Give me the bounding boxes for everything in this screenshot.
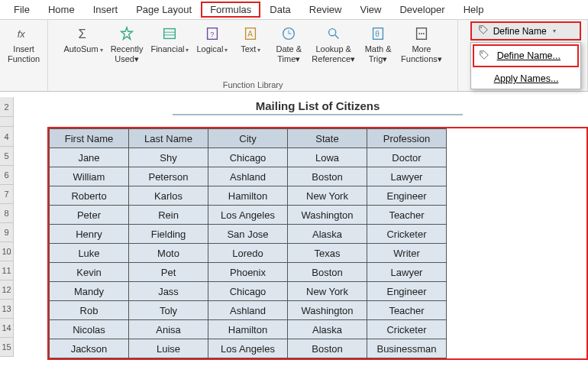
cell[interactable]: Hamilton bbox=[208, 186, 288, 206]
cell[interactable]: Alaska bbox=[288, 320, 367, 339]
cell[interactable]: Phoenix bbox=[208, 263, 288, 282]
cell[interactable]: Lawyer bbox=[367, 263, 447, 282]
cell[interactable]: Ashland bbox=[208, 167, 288, 186]
cell[interactable]: Kevin bbox=[50, 263, 129, 282]
tab-insert[interactable]: Insert bbox=[84, 2, 128, 18]
row-header[interactable]: 8 bbox=[0, 204, 14, 223]
cell[interactable]: Engineer bbox=[367, 282, 447, 301]
row-header[interactable]: 11 bbox=[0, 261, 14, 280]
row-header[interactable]: 9 bbox=[0, 223, 14, 242]
insert-function-button[interactable]: fx InsertFunction bbox=[5, 23, 43, 66]
apply-names-menu-item[interactable]: Apply Names... bbox=[471, 69, 580, 89]
cell[interactable]: Moto bbox=[129, 244, 208, 263]
cell[interactable]: Lowa bbox=[288, 148, 367, 167]
cell[interactable]: Teacher bbox=[367, 206, 447, 225]
tab-view[interactable]: View bbox=[351, 2, 390, 18]
cell[interactable]: Washington bbox=[288, 301, 367, 320]
tab-data[interactable]: Data bbox=[260, 2, 299, 18]
column-header[interactable]: City bbox=[208, 129, 288, 148]
define-name-button[interactable]: Define Name ▾ bbox=[470, 21, 581, 41]
cell[interactable]: Jass bbox=[129, 282, 208, 301]
cell[interactable]: Lawyer bbox=[367, 167, 447, 186]
cell[interactable]: Luise bbox=[129, 339, 208, 358]
cell[interactable]: Shy bbox=[129, 148, 208, 167]
cell[interactable]: Los Angeles bbox=[208, 206, 288, 225]
cell[interactable]: Cricketer bbox=[367, 225, 447, 244]
cell[interactable]: Teacher bbox=[367, 301, 447, 320]
column-header[interactable]: Last Name bbox=[129, 129, 208, 148]
cell[interactable]: Doctor bbox=[367, 148, 447, 167]
tab-page-layout[interactable]: Page Layout bbox=[127, 2, 201, 18]
row-header[interactable]: 6 bbox=[0, 166, 14, 185]
text-button[interactable]: A Text▾ bbox=[232, 23, 269, 56]
cell[interactable]: Peterson bbox=[129, 167, 208, 186]
cell[interactable]: Businessman bbox=[367, 339, 447, 358]
tab-file[interactable]: File bbox=[5, 2, 39, 18]
cell[interactable]: New York bbox=[288, 186, 367, 206]
cell[interactable]: Los Angeles bbox=[208, 339, 288, 358]
cell[interactable]: Karlos bbox=[129, 186, 208, 206]
tab-review[interactable]: Review bbox=[300, 2, 351, 18]
cell[interactable]: Writer bbox=[367, 244, 447, 263]
cell[interactable]: Nicolas bbox=[50, 320, 129, 339]
cell[interactable]: Boston bbox=[288, 263, 367, 282]
cell[interactable]: Texas bbox=[288, 244, 367, 263]
math-trig-button[interactable]: θ Math &Trig▾ bbox=[360, 23, 396, 66]
cell[interactable]: Peter bbox=[50, 206, 129, 225]
cell[interactable]: Pet bbox=[129, 263, 208, 282]
cell[interactable]: William bbox=[50, 167, 129, 186]
cell[interactable]: Boston bbox=[288, 339, 367, 358]
date-time-button[interactable]: Date &Time▾ bbox=[270, 23, 307, 66]
cell[interactable]: Chicago bbox=[208, 282, 288, 301]
cell[interactable]: Loredo bbox=[208, 244, 288, 263]
financial-button[interactable]: Financial▾ bbox=[147, 23, 192, 56]
cell[interactable]: Fielding bbox=[129, 225, 208, 244]
tab-formulas[interactable]: Formulas bbox=[201, 2, 260, 18]
define-name-menu-item-label: Define Name... bbox=[497, 50, 561, 61]
column-header[interactable]: Profession bbox=[367, 129, 447, 148]
tab-help[interactable]: Help bbox=[454, 2, 493, 18]
logical-button[interactable]: ? Logical▾ bbox=[193, 23, 231, 56]
cell[interactable]: Alaska bbox=[288, 225, 367, 244]
row-header[interactable]: 10 bbox=[0, 242, 14, 261]
cell[interactable]: Boston bbox=[288, 167, 367, 186]
row-header[interactable] bbox=[0, 117, 14, 127]
column-header[interactable]: State bbox=[288, 129, 367, 148]
cell[interactable]: Chicago bbox=[208, 148, 288, 167]
cell[interactable]: Jackson bbox=[50, 339, 129, 358]
row-header[interactable]: 5 bbox=[0, 147, 14, 166]
row-header[interactable]: 12 bbox=[0, 280, 14, 300]
cell[interactable]: Rob bbox=[50, 301, 129, 320]
cell[interactable]: Ashland bbox=[208, 301, 288, 320]
recently-used-button[interactable]: RecentlyUsed▾ bbox=[108, 23, 147, 66]
cell[interactable]: Jane bbox=[50, 148, 129, 167]
row-header[interactable]: 4 bbox=[0, 127, 14, 147]
cell[interactable]: Mandy bbox=[50, 282, 129, 301]
autosum-button[interactable]: Σ AutoSum▾ bbox=[60, 23, 105, 56]
cell[interactable]: Washington bbox=[288, 206, 367, 225]
define-name-menu-item[interactable]: Define Name... bbox=[473, 44, 579, 67]
cell[interactable]: Cricketer bbox=[367, 320, 447, 339]
row-header[interactable]: 2 bbox=[0, 97, 14, 117]
cell[interactable]: Luke bbox=[50, 244, 129, 263]
cell[interactable]: Hamilton bbox=[208, 320, 288, 339]
data-table-selection[interactable]: First NameLast NameCityStateProfession J… bbox=[47, 127, 588, 360]
tab-home[interactable]: Home bbox=[39, 2, 84, 18]
row-header[interactable]: 15 bbox=[0, 338, 14, 357]
cell[interactable]: Anisa bbox=[129, 320, 208, 339]
cell[interactable]: Roberto bbox=[50, 186, 129, 206]
cell[interactable]: Henry bbox=[50, 225, 129, 244]
cell[interactable]: San Jose bbox=[208, 225, 288, 244]
cell[interactable]: Rein bbox=[129, 206, 208, 225]
cell[interactable]: Toly bbox=[129, 301, 208, 320]
row-header[interactable]: 13 bbox=[0, 300, 14, 319]
cell[interactable]: New York bbox=[288, 282, 367, 301]
row-header[interactable]: 14 bbox=[0, 319, 14, 338]
row-header[interactable]: 7 bbox=[0, 185, 14, 204]
cell[interactable]: Engineer bbox=[367, 186, 447, 206]
more-functions-button[interactable]: MoreFunctions▾ bbox=[398, 23, 445, 66]
lookup-reference-button[interactable]: Lookup &Reference▾ bbox=[309, 23, 358, 66]
tab-developer[interactable]: Developer bbox=[390, 2, 454, 18]
svg-point-13 bbox=[328, 29, 335, 36]
column-header[interactable]: First Name bbox=[50, 129, 129, 148]
